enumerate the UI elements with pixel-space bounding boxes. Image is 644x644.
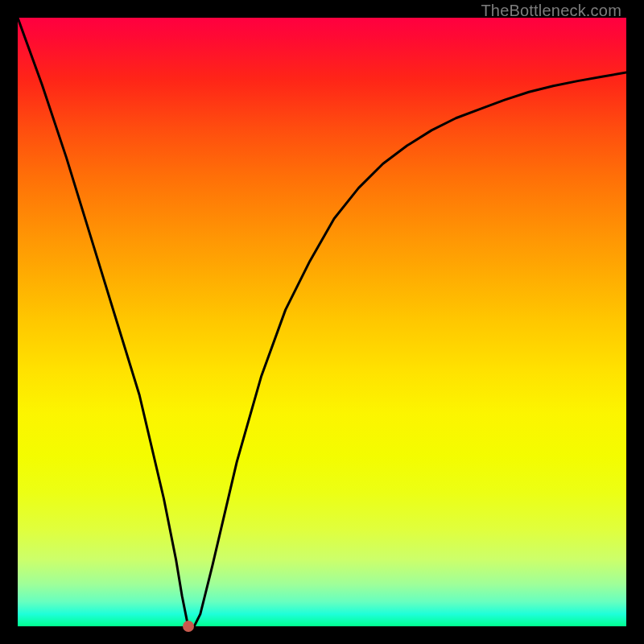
watermark-text: TheBottleneck.com	[481, 2, 621, 20]
optimal-point-marker	[183, 621, 194, 632]
plot-area	[18, 18, 626, 626]
bottleneck-curve	[18, 18, 626, 626]
curve-svg	[18, 18, 626, 626]
chart-frame: TheBottleneck.com	[0, 0, 644, 644]
